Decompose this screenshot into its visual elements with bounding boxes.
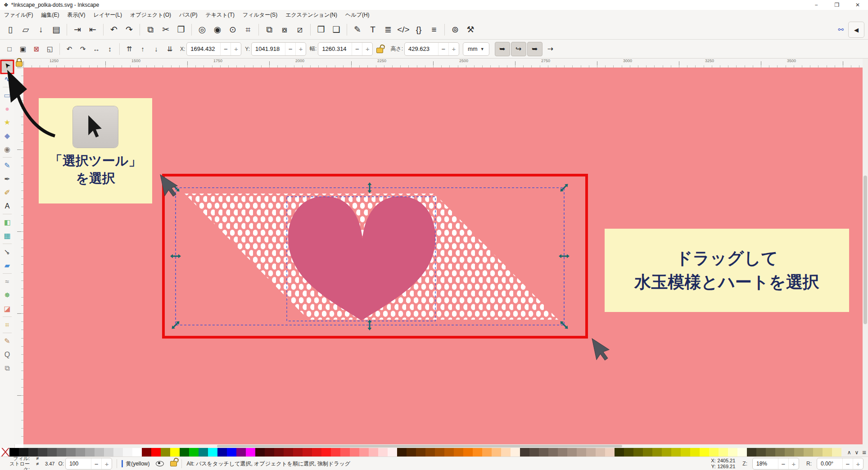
palette-swatch[interactable] <box>369 448 378 456</box>
palette-swatch[interactable] <box>104 448 113 456</box>
palette-swatch[interactable] <box>747 448 756 456</box>
palette-swatch[interactable] <box>700 448 709 456</box>
palette-swatch[interactable] <box>832 448 841 456</box>
rotate-cw-button[interactable]: ↷ <box>76 42 90 56</box>
y-field[interactable]: 1041.918 − + <box>251 42 306 56</box>
palette-swatch[interactable] <box>350 448 359 456</box>
palette-swatch[interactable] <box>577 448 586 456</box>
move-patterns-toggle[interactable]: ⇢ <box>543 42 558 56</box>
cut-button[interactable]: ✂ <box>158 22 173 37</box>
menu-extensions[interactable]: エクステンション(N) <box>281 10 341 20</box>
palette-swatch[interactable] <box>539 448 548 456</box>
palette-swatch[interactable] <box>596 448 605 456</box>
palette-swatch[interactable] <box>142 448 151 456</box>
palette-swatch[interactable] <box>624 448 633 456</box>
palette-swatch[interactable] <box>407 448 416 456</box>
save-document-button[interactable]: ↓ <box>33 22 49 37</box>
dropper-tool[interactable]: ⊸ <box>1 245 14 258</box>
gradient-tool[interactable]: ◧ <box>1 216 14 229</box>
palette-swatch[interactable] <box>511 448 520 456</box>
palette-swatch[interactable] <box>227 448 236 456</box>
palette-swatch[interactable] <box>529 448 539 456</box>
mesh-tool[interactable]: ▦ <box>1 229 14 242</box>
spiral-tool[interactable]: ◉ <box>1 143 14 156</box>
palette-swatch[interactable] <box>558 448 567 456</box>
palette-swatch[interactable] <box>586 448 596 456</box>
fill-stroke-indicator[interactable]: フィル:≠ ストローク:≠3.47 <box>4 457 54 470</box>
paint-bucket-tool[interactable]: ▰ <box>1 259 14 272</box>
palette-swatch[interactable] <box>709 448 719 456</box>
palette-swatch[interactable] <box>633 448 643 456</box>
duplicate-button[interactable]: ⧉ <box>262 22 277 37</box>
import-button[interactable]: ⇥ <box>70 22 85 37</box>
palette-swatch[interactable] <box>756 448 766 456</box>
palette-swatch[interactable] <box>804 448 813 456</box>
palette-swatch[interactable] <box>520 448 529 456</box>
palette-swatch[interactable] <box>246 448 255 456</box>
palette-swatch[interactable] <box>690 448 700 456</box>
rotate-ccw-button[interactable]: ↶ <box>63 42 76 56</box>
height-minus-button[interactable]: − <box>438 43 448 55</box>
palette-swatch[interactable] <box>76 448 85 456</box>
paste-button[interactable]: ❐ <box>173 22 189 37</box>
canvas[interactable]: 「選択ツール」 を選択 ドラッグして 水玉模様とハートを選択 <box>23 68 863 444</box>
palette-swatch[interactable] <box>161 448 170 456</box>
x-field[interactable]: 1694.432 − + <box>186 42 241 56</box>
collapse-snap-toolbar-button[interactable]: ◀ <box>848 22 864 38</box>
horizontal-ruler[interactable]: 1250150017502000225025002750300032503500… <box>23 59 863 68</box>
palette-swatch[interactable] <box>265 448 274 456</box>
palette-swatch[interactable] <box>737 448 747 456</box>
copy-button[interactable]: ⧉ <box>143 22 158 37</box>
raise-button[interactable]: ↑ <box>136 42 149 56</box>
palette-swatch[interactable] <box>217 448 227 456</box>
palette-swatch[interactable] <box>189 448 199 456</box>
palette-swatch[interactable] <box>208 448 217 456</box>
raise-to-top-button[interactable]: ⇈ <box>122 42 136 56</box>
palette-swatch[interactable] <box>454 448 463 456</box>
palette-swatch[interactable] <box>473 448 482 456</box>
rotation-minus-button[interactable]: − <box>842 458 853 469</box>
print-document-button[interactable]: ▤ <box>49 22 64 37</box>
palette-swatch[interactable] <box>501 448 511 456</box>
palette-swatch[interactable] <box>671 448 681 456</box>
minimize-button[interactable]: − <box>806 0 827 10</box>
vertical-scrollbar[interactable] <box>863 59 868 448</box>
palette-swatch[interactable] <box>66 448 76 456</box>
text-dialog-button[interactable]: T <box>365 22 380 37</box>
undo-button[interactable]: ↶ <box>106 22 122 37</box>
x-plus-button[interactable]: + <box>231 43 241 55</box>
palette-swatch[interactable] <box>615 448 624 456</box>
unit-select[interactable]: mm ▼ <box>463 42 489 56</box>
export-button[interactable]: ⇤ <box>85 22 100 37</box>
palette-swatch[interactable] <box>643 448 652 456</box>
width-plus-button[interactable]: + <box>362 43 372 55</box>
palette-swatch[interactable] <box>719 448 728 456</box>
palette-swatch[interactable] <box>95 448 104 456</box>
y-plus-button[interactable]: + <box>295 43 306 55</box>
pages-tool[interactable]: ⧉ <box>1 362 14 375</box>
palette-swatch[interactable] <box>170 448 180 456</box>
rectangle-tool[interactable]: ▭ <box>1 89 14 102</box>
palette-swatch[interactable] <box>482 448 492 456</box>
palette-swatch[interactable] <box>775 448 785 456</box>
flip-horizontal-button[interactable]: ↔ <box>90 42 103 56</box>
menu-help[interactable]: ヘルプ(H) <box>341 10 374 20</box>
menu-view[interactable]: 表示(V) <box>63 10 89 20</box>
palette-swatch[interactable] <box>605 448 615 456</box>
align-distribute-button[interactable]: ≡ <box>426 22 442 37</box>
xml-editor-button[interactable]: </> <box>396 22 411 37</box>
palette-swatch[interactable] <box>340 448 350 456</box>
palette-swatch[interactable] <box>766 448 775 456</box>
palette-swatch[interactable] <box>199 448 208 456</box>
create-clone-button[interactable]: ⧇ <box>277 22 292 37</box>
opacity-field[interactable]: 100 − + <box>65 458 112 470</box>
selection-box-toggle-button[interactable]: ◱ <box>43 42 57 56</box>
palette-swatch[interactable] <box>492 448 501 456</box>
palette-swatch[interactable] <box>435 448 444 456</box>
ellipse-tool[interactable]: ● <box>1 102 14 115</box>
star-tool[interactable]: ★ <box>1 116 14 129</box>
vertical-ruler[interactable] <box>14 68 24 444</box>
close-button[interactable]: ✕ <box>847 0 868 10</box>
zoom-tool[interactable]: Q <box>1 348 14 361</box>
palette-swatch[interactable] <box>378 448 388 456</box>
